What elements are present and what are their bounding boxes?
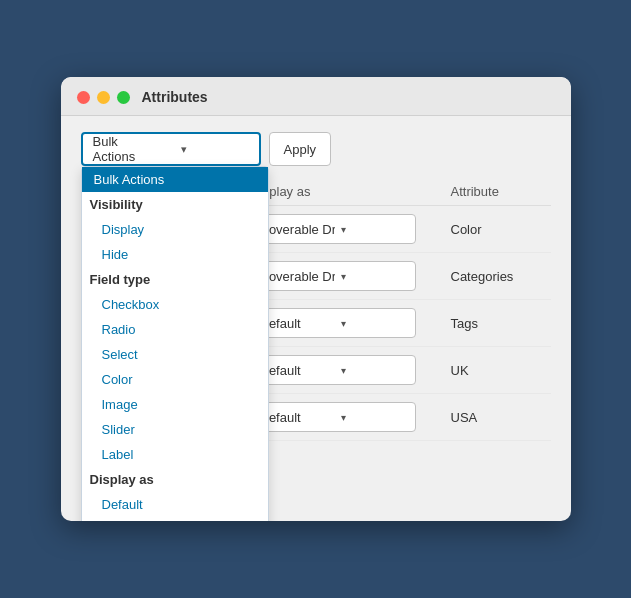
dropdown-item: Field type: [82, 267, 268, 292]
dropdown-item[interactable]: Select: [82, 342, 268, 367]
chevron-down-icon: ▾: [335, 224, 415, 235]
dropdown-item[interactable]: Display: [82, 217, 268, 242]
col-display-header: Display as: [251, 184, 451, 199]
main-window: Attributes Bulk Actions ▾ Apply Bulk Act…: [61, 77, 571, 521]
dropdown-item[interactable]: Color: [82, 367, 268, 392]
row-display-col: Default ▾: [251, 355, 451, 385]
col-attribute-header: Attribute: [451, 184, 551, 199]
dropdown-item[interactable]: Label: [82, 442, 268, 467]
dropdown-item[interactable]: Image: [82, 392, 268, 417]
maximize-button[interactable]: [117, 91, 130, 104]
dropdown-item: Visibility: [82, 192, 268, 217]
chevron-down-icon: ▾: [335, 318, 415, 329]
display-select-usa[interactable]: Default ▾: [251, 402, 416, 432]
minimize-button[interactable]: [97, 91, 110, 104]
dropdown-item: Display as: [82, 467, 268, 492]
bulk-actions-menu: Bulk ActionsVisibilityDisplayHideField t…: [81, 166, 269, 521]
dropdown-item[interactable]: Default: [82, 492, 268, 517]
display-select-tags[interactable]: Default ▾: [251, 308, 416, 338]
chevron-down-icon: ▾: [335, 412, 415, 423]
display-select-color[interactable]: Hoverable Dropdown ▾: [251, 214, 416, 244]
row-attribute-col: Tags: [451, 316, 551, 331]
row-attribute-col: USA: [451, 410, 551, 425]
chevron-down-icon: ▾: [335, 365, 415, 376]
close-button[interactable]: [77, 91, 90, 104]
dropdown-item[interactable]: Bulk Actions: [82, 167, 268, 192]
dropdown-item[interactable]: Hide: [82, 242, 268, 267]
dropdown-item[interactable]: Checkbox: [82, 292, 268, 317]
bulk-actions-label: Bulk Actions: [83, 134, 173, 164]
dropdown-item[interactable]: Radio: [82, 317, 268, 342]
row-display-col: Default ▾: [251, 402, 451, 432]
chevron-down-icon: ▾: [335, 271, 415, 282]
display-select-uk[interactable]: Default ▾: [251, 355, 416, 385]
row-display-col: Default ▾: [251, 308, 451, 338]
row-attribute-col: Color: [451, 222, 551, 237]
row-display-col: Hoverable Dropdown ▾: [251, 261, 451, 291]
window-title: Attributes: [142, 89, 208, 105]
bulk-actions-dropdown[interactable]: Bulk Actions ▾: [81, 132, 261, 166]
window-content: Bulk Actions ▾ Apply Bulk ActionsVisibil…: [61, 116, 571, 501]
row-attribute-col: UK: [451, 363, 551, 378]
chevron-down-icon: ▾: [173, 143, 259, 156]
apply-button-top[interactable]: Apply: [269, 132, 332, 166]
row-display-col: Hoverable Dropdown ▾: [251, 214, 451, 244]
toolbar: Bulk Actions ▾ Apply: [81, 132, 551, 166]
display-select-categories[interactable]: Hoverable Dropdown ▾: [251, 261, 416, 291]
dropdown-item[interactable]: Dropdown: [82, 517, 268, 521]
title-bar: Attributes: [61, 77, 571, 116]
dropdown-item[interactable]: Slider: [82, 417, 268, 442]
row-attribute-col: Categories: [451, 269, 551, 284]
traffic-lights: [77, 91, 130, 104]
